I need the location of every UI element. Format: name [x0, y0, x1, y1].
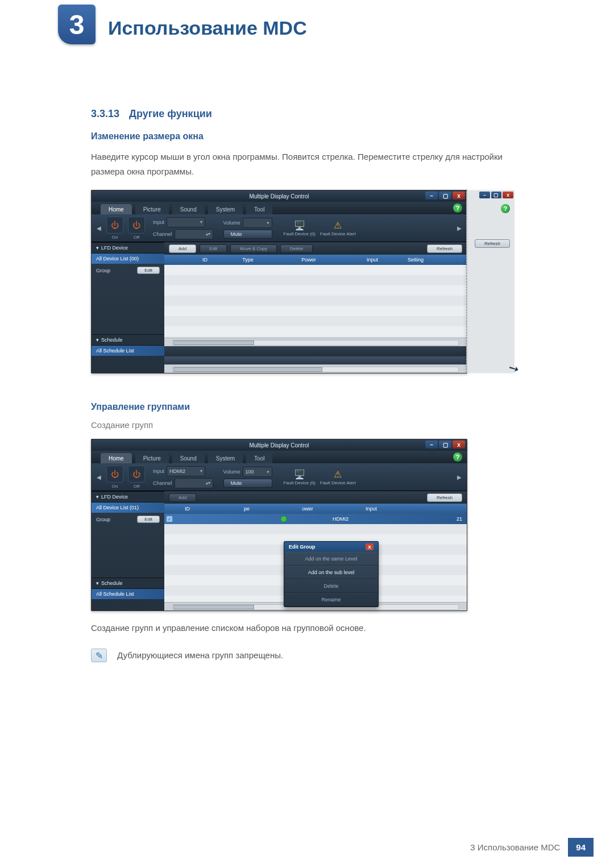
ctx-item-add-sub-level[interactable]: Add on the sub level	[284, 566, 378, 579]
volume-field[interactable]: ▸	[243, 218, 272, 228]
top-tabs: Home Picture Sound System Tool ?	[92, 202, 467, 214]
sidebar-header-schedule-2[interactable]: ▾Schedule	[92, 578, 164, 589]
context-menu-edit-group: Edit Group x Add on the same Level Add o…	[284, 541, 379, 607]
grid-column-headers: ID Type Power Input Setting	[164, 255, 467, 265]
help-icon-2[interactable]: ?	[453, 452, 462, 462]
lower-scrollbar[interactable]	[164, 364, 467, 373]
tab-system[interactable]: System	[208, 204, 243, 214]
ribbon-prev-icon[interactable]: ◀	[96, 214, 102, 242]
col-input[interactable]: Input	[341, 257, 404, 263]
fault-alert-icon[interactable]: ⚠	[334, 220, 342, 231]
toolbar-add-button-2[interactable]: Add	[169, 493, 196, 502]
chapter-number-badge: 3	[58, 5, 96, 44]
footer-page-number: 94	[568, 838, 594, 857]
window-titlebar: Multiple Display Control – ▢ x	[92, 190, 467, 202]
col-type-2[interactable]: pe	[218, 506, 276, 512]
row-checkbox[interactable]: ✓	[166, 516, 173, 522]
section-number: 3.3.13	[91, 108, 119, 119]
grid-row-selected[interactable]: ✓ HDMI2 21	[164, 514, 467, 524]
screenshot-group-management: Multiple Display Control – ▢ x Home Pict…	[91, 439, 466, 611]
sidebar-header-schedule[interactable]: ▾Schedule	[92, 334, 164, 346]
col-id-2[interactable]: ID	[181, 506, 218, 512]
overlay-help-icon[interactable]: ?	[501, 204, 510, 213]
overlay-refresh-button[interactable]: Refresh	[475, 239, 510, 248]
col-power[interactable]: Power	[277, 257, 341, 263]
status-bar	[164, 346, 467, 356]
sidebar-all-device-list[interactable]: All Device List (00)	[92, 254, 164, 264]
window-buttons: – ▢ x	[425, 192, 465, 200]
col-setting[interactable]: Setting	[404, 257, 467, 263]
power-off-button-2[interactable]: ⏻	[128, 466, 145, 483]
help-icon[interactable]: ?	[453, 203, 462, 213]
window-minimize-button[interactable]: –	[425, 192, 438, 200]
input-dropdown-2[interactable]: HDMI2▾	[167, 466, 205, 476]
tab-tool[interactable]: Tool	[246, 204, 272, 214]
tab-sound-2[interactable]: Sound	[172, 453, 205, 463]
tab-home-2[interactable]: Home	[101, 453, 132, 463]
col-power-2[interactable]: ower	[276, 506, 339, 512]
fault-alert-icon-2[interactable]: ⚠	[334, 469, 342, 480]
ctx-item-delete[interactable]: Delete	[284, 579, 378, 593]
power-off-label-2: Off	[134, 484, 140, 489]
col-type[interactable]: Type	[219, 257, 277, 263]
window-maximize-button[interactable]: ▢	[439, 192, 451, 200]
channel-label-2: Channel	[153, 480, 172, 486]
sidebar-group-row-2: Group Edit	[92, 513, 164, 526]
sidebar-header-lfd[interactable]: ▾LFD Device	[92, 242, 164, 254]
col-input-2[interactable]: Input	[339, 506, 403, 512]
channel-label: Channel	[153, 231, 172, 237]
sidebar-all-schedule-list-2[interactable]: All Schedule List	[92, 589, 164, 599]
group-edit-button-2[interactable]: Edit	[137, 516, 160, 523]
window-close-button[interactable]: x	[453, 192, 465, 200]
sidebar-all-schedule-list[interactable]: All Schedule List	[92, 346, 164, 356]
input-dropdown[interactable]: ▾	[167, 217, 205, 227]
toolbar-add-button[interactable]: Add	[169, 244, 196, 253]
overlay-minimize-button[interactable]: –	[479, 192, 490, 198]
toolbar-delete-button[interactable]: Delete	[280, 244, 313, 253]
fault-device-icon[interactable]: 🖥️	[294, 220, 305, 231]
tab-home[interactable]: Home	[101, 204, 132, 214]
sidebar-all-device-list-2[interactable]: All Device List (01)	[92, 502, 164, 513]
tab-system-2[interactable]: System	[208, 453, 243, 463]
mute-button[interactable]: Mute	[223, 230, 272, 239]
context-menu-close-button[interactable]: x	[366, 543, 374, 550]
toolbar-edit-button[interactable]: Edit	[200, 244, 227, 253]
volume-field-2[interactable]: 100▸	[243, 467, 272, 477]
channel-stepper[interactable]: ▴▾	[175, 229, 213, 239]
tab-tool-2[interactable]: Tool	[246, 453, 272, 463]
grid-scrollbar[interactable]	[164, 338, 467, 346]
ribbon-prev-icon-2[interactable]: ◀	[96, 463, 102, 491]
tab-picture[interactable]: Picture	[135, 204, 169, 214]
window-minimize-button-2[interactable]: –	[425, 441, 438, 448]
power-on-label: On	[112, 235, 118, 240]
tab-sound[interactable]: Sound	[172, 204, 205, 214]
toolbar-refresh-button-2[interactable]: Refresh	[427, 493, 462, 502]
tab-picture-2[interactable]: Picture	[135, 453, 169, 463]
power-off-button[interactable]: ⏻	[128, 217, 145, 234]
power-on-button-2[interactable]: ⏻	[106, 466, 123, 483]
toolbar-movecopy-button[interactable]: Move & Copy	[230, 244, 277, 253]
ctx-item-rename[interactable]: Rename	[284, 593, 378, 607]
ctx-item-add-same-level[interactable]: Add on the same Level	[284, 552, 378, 566]
toolbar-refresh-button[interactable]: Refresh	[427, 244, 462, 253]
group-edit-button[interactable]: Edit	[137, 267, 160, 274]
fault-device-count-label-2: Fault Device (0)	[284, 480, 316, 485]
input-dropdown-value: HDMI2	[169, 468, 185, 474]
mute-button-2[interactable]: Mute	[223, 479, 272, 488]
window-title-2: Multiple Display Control	[249, 442, 309, 448]
power-off-label: Off	[134, 235, 140, 240]
power-on-indicator-icon	[280, 516, 287, 522]
overlay-maximize-button[interactable]: ▢	[491, 192, 502, 198]
window-close-button-2[interactable]: x	[453, 441, 465, 448]
sidebar-header-lfd-2[interactable]: ▾LFD Device	[92, 491, 164, 502]
ribbon-next-icon-2[interactable]: ▶	[457, 463, 462, 491]
col-id[interactable]: ID	[164, 257, 219, 263]
overlay-close-button[interactable]: x	[503, 192, 513, 198]
fault-device-icon-2[interactable]: 🖥️	[294, 469, 305, 480]
ribbon-next-icon[interactable]: ▶	[457, 214, 462, 242]
window-maximize-button-2[interactable]: ▢	[439, 441, 451, 448]
grid-toolbar-2: Add Refresh	[164, 491, 467, 504]
ribbon-2: ◀ ⏻ On ⏻ Off Input HDMI2▾	[92, 463, 467, 491]
channel-stepper-2[interactable]: ▴▾	[175, 478, 213, 488]
power-on-button[interactable]: ⏻	[106, 217, 123, 234]
